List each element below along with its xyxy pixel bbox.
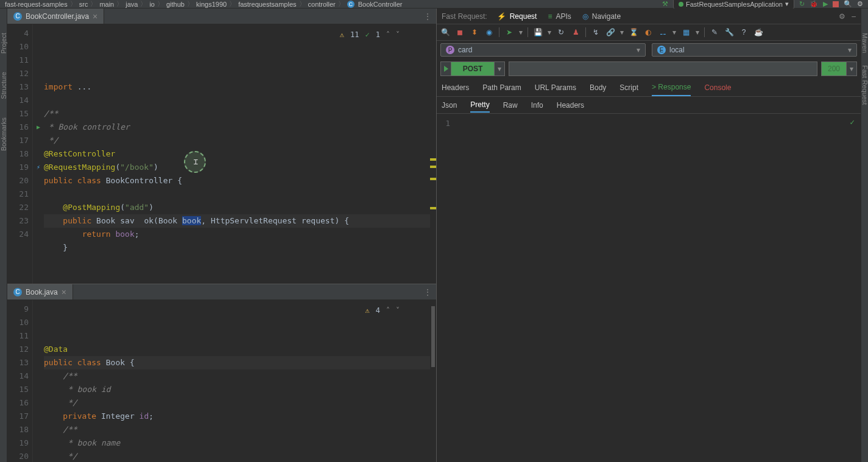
chevron-down-icon[interactable]: ▾ xyxy=(672,28,676,37)
left-tab-bookmarks[interactable]: Bookmarks xyxy=(0,117,7,151)
api-gutter-icon[interactable]: ⚡ xyxy=(37,161,40,174)
gear-icon[interactable]: ⚙ xyxy=(839,12,845,21)
rerun-icon[interactable]: ↻ xyxy=(799,0,805,8)
chevron-down-icon[interactable]: ▾ xyxy=(519,28,523,37)
response-subtab-raw[interactable]: Raw xyxy=(503,99,518,112)
close-icon[interactable]: × xyxy=(93,12,97,21)
left-tab-project[interactable]: Project xyxy=(0,33,7,54)
next-highlight-icon[interactable]: ˅ xyxy=(396,28,400,41)
breadcrumb-item[interactable]: fastrequestsamples xyxy=(238,1,296,8)
inspection-badge[interactable]: ⚠ 11 ✓ 1 ˄ ˅ xyxy=(340,28,400,41)
response-subtab-info[interactable]: Info xyxy=(531,99,543,112)
breadcrumb-item[interactable]: BookController xyxy=(358,1,403,8)
editor1-body[interactable]: 4101112131415161718192021222324 ▶⚡ ⚠ 11 … xyxy=(7,24,436,284)
request-tab-script[interactable]: Script xyxy=(619,80,638,96)
editor-scrollbar[interactable] xyxy=(430,300,436,462)
magic-icon[interactable]: ✎ xyxy=(710,27,719,37)
request-tabs: HeadersPath ParamURL ParamsBodyScript> R… xyxy=(437,79,861,97)
request-tab-console[interactable]: Console xyxy=(704,80,731,96)
check-count: 1 xyxy=(376,28,380,41)
env-select[interactable]: E local ▾ xyxy=(652,43,857,57)
right-tab-maven[interactable]: Maven xyxy=(861,33,869,53)
share-icon[interactable]: ⚋ xyxy=(658,27,668,37)
status-chevron[interactable]: ▾ xyxy=(846,61,857,76)
position-icon[interactable]: ⬍ xyxy=(470,27,479,37)
chevron-down-icon[interactable]: ▾ xyxy=(620,28,624,37)
right-tab-fast-request[interactable]: Fast Request xyxy=(861,65,869,105)
editor-tab-bookcontroller[interactable]: C BookController.java × xyxy=(7,9,104,24)
left-tab-structure[interactable]: Structure xyxy=(0,72,7,99)
method-chevron[interactable]: ▾ xyxy=(494,61,505,76)
editor-scrollbar[interactable] xyxy=(430,24,436,284)
right-tool-gutter: Maven Fast Request xyxy=(861,9,868,462)
request-tab-body[interactable]: Body xyxy=(590,80,606,96)
chevron-right-icon: 〉 xyxy=(90,0,97,9)
tab-options-icon[interactable]: ⋮ xyxy=(419,12,436,21)
next-highlight-icon[interactable]: ˅ xyxy=(396,304,400,317)
save-icon[interactable]: 💾 xyxy=(533,27,543,37)
method-select[interactable]: POST xyxy=(451,61,495,76)
code-area[interactable]: ⚠ 11 ✓ 1 ˄ ˅ Ꮖ import ... /** * Book con… xyxy=(44,24,430,284)
chevron-right-icon: 〉 xyxy=(229,0,236,9)
response-subtab-pretty[interactable]: Pretty xyxy=(470,98,489,113)
request-tab-headers[interactable]: Headers xyxy=(442,80,469,96)
send-button[interactable] xyxy=(440,61,451,76)
response-body[interactable]: 1 ✓ xyxy=(437,114,861,462)
warning-triangle-icon: ⚠ xyxy=(340,28,344,41)
response-subtab-json[interactable]: Json xyxy=(442,99,457,112)
help-icon[interactable]: ? xyxy=(739,27,749,37)
inspection-badge[interactable]: ⚠ 4 ˄ ˅ xyxy=(365,304,400,317)
request-tab-pathparam[interactable]: Path Param xyxy=(482,80,521,96)
layout-icon[interactable]: ▦ xyxy=(681,27,691,37)
refresh-icon[interactable]: ↻ xyxy=(556,27,566,37)
send-icon[interactable]: ➤ xyxy=(504,27,514,37)
request-tab-urlparams[interactable]: URL Params xyxy=(535,80,576,96)
stop-icon[interactable] xyxy=(833,1,839,7)
settings-icon[interactable]: ⚙ xyxy=(857,0,863,8)
search-icon[interactable]: 🔍 xyxy=(440,27,450,37)
breadcrumb-item[interactable]: java xyxy=(125,1,138,8)
top-tab-navigate[interactable]: ◎ Navigate xyxy=(582,12,621,21)
response-subtab-headers[interactable]: Headers xyxy=(557,99,584,112)
link-icon[interactable]: 🔗 xyxy=(605,27,615,37)
class-icon: C xyxy=(13,288,22,296)
request-tab-response[interactable]: > Response xyxy=(652,79,691,96)
breadcrumb-item[interactable]: src xyxy=(79,1,88,8)
clear-icon[interactable]: ♟ xyxy=(571,27,580,37)
breadcrumb-item[interactable]: controller xyxy=(308,1,336,8)
top-tab-apis[interactable]: ≡ APIs xyxy=(548,12,571,21)
record-icon[interactable]: ◉ xyxy=(484,27,494,37)
run-gutter-icon[interactable]: ▶ xyxy=(37,121,40,134)
prev-highlight-icon[interactable]: ˄ xyxy=(386,304,390,317)
left-tool-gutter: Project Structure Bookmarks xyxy=(0,9,7,462)
debug-icon[interactable]: 🐞 xyxy=(810,0,818,8)
breadcrumb-item[interactable]: kings1990 xyxy=(196,1,227,8)
top-tab-request[interactable]: ⚡ Request xyxy=(497,12,537,21)
minimize-icon[interactable]: – xyxy=(852,12,856,21)
editor2-body[interactable]: 91011121314151617181920212223 ⚠ 4 ˄ ˅ @D… xyxy=(7,300,436,462)
coffee-icon[interactable]: ☕ xyxy=(753,27,763,37)
stopwatch-icon[interactable]: ◐ xyxy=(643,27,653,37)
breadcrumb-item[interactable]: io xyxy=(149,1,155,8)
tab-label: BookController.java xyxy=(26,12,89,21)
class-icon: C xyxy=(347,1,355,8)
breadcrumb-item[interactable]: main xyxy=(99,1,114,8)
url-input[interactable] xyxy=(509,61,817,76)
project-label: card xyxy=(458,46,472,54)
breadcrumb-item[interactable]: fast-request-samples xyxy=(5,1,68,8)
wrench-icon[interactable]: 🔧 xyxy=(724,27,734,37)
response-subtabs: JsonPrettyRawInfoHeaders xyxy=(437,97,861,114)
code-area[interactable]: ⚠ 4 ˄ ˅ @Datapublic class Book { /** * b… xyxy=(44,300,430,462)
curl-icon[interactable]: ↯ xyxy=(591,27,601,37)
prev-highlight-icon[interactable]: ˄ xyxy=(386,28,390,41)
project-select[interactable]: P card ▾ xyxy=(440,43,646,57)
run-with-coverage-icon[interactable]: ▶ xyxy=(823,0,828,8)
build-icon[interactable]: ⚒ xyxy=(662,0,668,8)
hourglass-icon[interactable]: ⌛ xyxy=(629,27,638,37)
search-icon[interactable]: 🔍 xyxy=(844,0,852,8)
chevron-down-icon[interactable]: ▾ xyxy=(548,28,551,37)
breadcrumb-item[interactable]: github xyxy=(166,1,185,8)
stop-icon[interactable]: ◼ xyxy=(455,27,465,37)
run-config-dropdown[interactable]: FastRequestSamplesApplication ▾ xyxy=(673,0,794,9)
chevron-down-icon[interactable]: ▾ xyxy=(696,28,699,37)
